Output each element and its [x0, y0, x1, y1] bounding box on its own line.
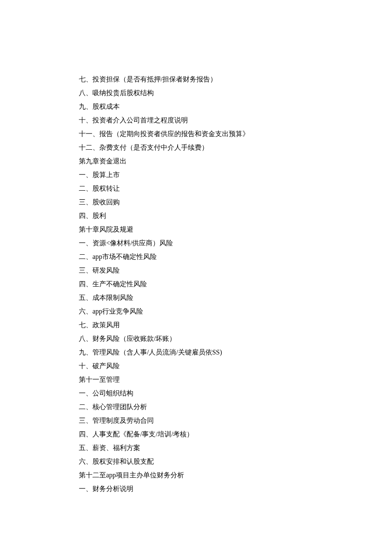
text-line: 八、吸纳投贵后股权结构 — [79, 86, 392, 100]
text-line: 六、股权安排和认股支配 — [79, 455, 392, 468]
text-line: 五、薪资、福利方案 — [79, 441, 392, 455]
text-line: 十、投资者介入公司首埋之程度说明 — [79, 113, 392, 127]
text-line: 二、核心管理团队分析 — [79, 400, 392, 414]
text-line: 三、股收回购 — [79, 195, 392, 209]
text-line: 二、股权转让 — [79, 182, 392, 195]
text-line: 五、成本限制风险 — [79, 291, 392, 305]
text-line: 九、股权成本 — [79, 100, 392, 113]
text-line: 七、投资担保（是否有抵押/担保者财务报告） — [79, 73, 392, 86]
text-line: 一、资源<像材料/供应商）风险 — [79, 236, 392, 250]
text-line: 八、财务风险（应收账款/坏账） — [79, 332, 392, 346]
section-heading: 第九章资金退出 — [79, 154, 392, 168]
text-line: 一、公司蛆织结构 — [79, 386, 392, 400]
text-line: 十、破产风险 — [79, 359, 392, 373]
section-heading: 第十一至管理 — [79, 373, 392, 386]
text-line: 三、管理制度及劳动合同 — [79, 414, 392, 427]
text-line: 九、管理风险（含人事/人员流淌/关键雇员依SS) — [79, 346, 392, 359]
text-line: 四、生产不确定性风险 — [79, 277, 392, 291]
section-heading: 第十章风院及规避 — [79, 223, 392, 236]
text-line: 四、股利 — [79, 209, 392, 223]
text-line: 四、人事支配《配备/事支/培训/考核） — [79, 427, 392, 441]
text-line: 十二、杂费支付（是否支付中介人手续费） — [79, 141, 392, 154]
text-line: 七、政策风用 — [79, 318, 392, 332]
text-line: 一、股算上市 — [79, 168, 392, 182]
text-line: 十一、报告（定期向投资者供应的报告和资金支出预算》 — [79, 127, 392, 141]
text-line: 一、财务分析说明 — [79, 482, 392, 496]
text-line: 三、研发风险 — [79, 264, 392, 277]
text-line: 二、app市场不确定性风险 — [79, 250, 392, 264]
text-line: 六、app行业竞争风险 — [79, 305, 392, 318]
section-heading: 第十二至app项目主办单位财务分析 — [79, 468, 392, 482]
